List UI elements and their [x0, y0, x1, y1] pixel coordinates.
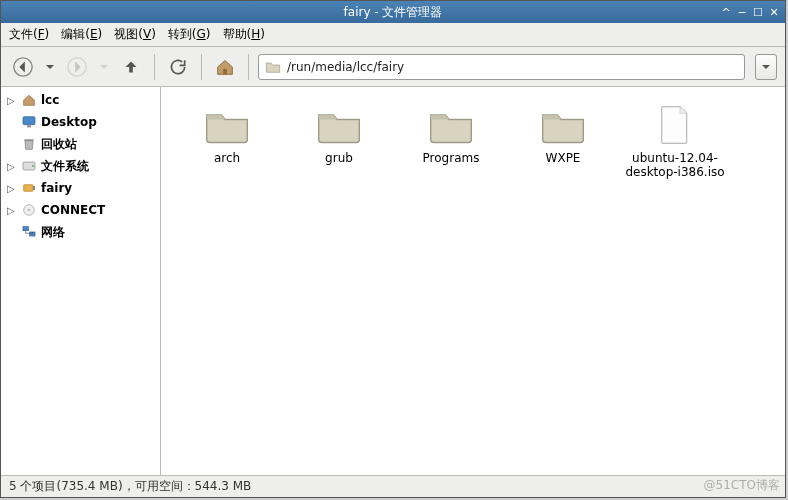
toolbar: /run/media/lcc/fairy	[1, 47, 785, 87]
folder-item[interactable]: WXPE	[507, 101, 619, 184]
desktop-icon	[21, 114, 37, 130]
svg-point-11	[28, 209, 31, 212]
arrow-up-icon	[120, 56, 142, 78]
sidebar-item-network[interactable]: 网络	[1, 221, 160, 243]
svg-rect-9	[33, 186, 35, 190]
disk-icon	[21, 158, 37, 174]
folder-item[interactable]: arch	[171, 101, 283, 184]
statusbar: 5 个项目(735.4 MB)，可用空间：544.3 MB	[1, 475, 785, 497]
expander-icon[interactable]: ▷	[7, 205, 17, 216]
file-label: Programs	[423, 151, 480, 165]
window-controls: ^ − ☐ ✕	[719, 5, 781, 19]
sidebar-item-fairy[interactable]: ▷ fairy	[1, 177, 160, 199]
body-area: ▷ lcc Desktop 回收站 ▷ 文件系统 ▷	[1, 87, 785, 475]
toolbar-separator	[248, 54, 249, 80]
arrow-left-icon	[12, 56, 34, 78]
file-item[interactable]: ubuntu-12.04-desktop-i386.iso	[619, 101, 731, 184]
menubar: 文件(F) 编辑(E) 视图(V) 转到(G) 帮助(H)	[1, 23, 785, 47]
svg-rect-4	[27, 125, 31, 127]
svg-point-7	[32, 165, 34, 167]
menu-file[interactable]: 文件(F)	[9, 26, 49, 43]
menu-edit[interactable]: 编辑(E)	[61, 26, 102, 43]
folder-icon	[539, 105, 587, 145]
titlebar[interactable]: fairy - 文件管理器 ^ − ☐ ✕	[1, 1, 785, 23]
toolbar-separator	[201, 54, 202, 80]
forward-history-button	[97, 53, 111, 81]
chevron-down-icon	[761, 62, 771, 72]
expander-icon[interactable]: ▷	[7, 161, 17, 172]
menu-go[interactable]: 转到(G)	[168, 26, 211, 43]
sidebar-item-trash[interactable]: 回收站	[1, 133, 160, 155]
toolbar-separator	[154, 54, 155, 80]
back-history-button[interactable]	[43, 53, 57, 81]
svg-rect-8	[24, 185, 33, 192]
trash-icon	[21, 136, 37, 152]
folder-icon	[203, 105, 251, 145]
file-icon	[651, 105, 699, 145]
chevron-down-icon	[99, 62, 109, 72]
folder-item[interactable]: Programs	[395, 101, 507, 184]
shade-button[interactable]: ^	[719, 5, 733, 19]
folder-item[interactable]: grub	[283, 101, 395, 184]
menu-view[interactable]: 视图(V)	[114, 26, 156, 43]
expander-icon[interactable]: ▷	[7, 95, 17, 106]
sidebar-item-filesystem[interactable]: ▷ 文件系统	[1, 155, 160, 177]
forward-button	[63, 53, 91, 81]
close-button[interactable]: ✕	[767, 5, 781, 19]
sidebar-item-connect[interactable]: ▷ CONNECT	[1, 199, 160, 221]
folder-icon	[265, 60, 281, 74]
folder-icon	[315, 105, 363, 145]
file-label: WXPE	[546, 151, 581, 165]
file-view[interactable]: arch grub Programs	[161, 87, 785, 475]
svg-rect-2	[223, 68, 227, 74]
menu-help[interactable]: 帮助(H)	[223, 26, 265, 43]
chevron-down-icon	[45, 62, 55, 72]
file-label: grub	[325, 151, 353, 165]
minimize-button[interactable]: −	[735, 5, 749, 19]
status-text: 5 个项目(735.4 MB)，可用空间：544.3 MB	[9, 478, 251, 495]
home-button[interactable]	[211, 53, 239, 81]
reload-icon	[168, 57, 188, 77]
sidebar-item-lcc[interactable]: ▷ lcc	[1, 89, 160, 111]
icon-grid: arch grub Programs	[161, 87, 785, 198]
window-title: fairy - 文件管理器	[344, 4, 443, 21]
home-icon	[214, 56, 236, 78]
location-bar[interactable]: /run/media/lcc/fairy	[258, 54, 745, 80]
svg-rect-5	[24, 139, 33, 140]
up-button[interactable]	[117, 53, 145, 81]
folder-icon	[427, 105, 475, 145]
expander-icon[interactable]: ▷	[7, 183, 17, 194]
usb-icon	[21, 180, 37, 196]
file-label: arch	[214, 151, 240, 165]
location-history-button[interactable]	[755, 54, 777, 80]
sidebar-item-desktop[interactable]: Desktop	[1, 111, 160, 133]
back-button[interactable]	[9, 53, 37, 81]
svg-rect-12	[23, 227, 28, 231]
svg-rect-3	[23, 117, 35, 125]
arrow-right-icon	[66, 56, 88, 78]
network-icon	[21, 224, 37, 240]
sidebar[interactable]: ▷ lcc Desktop 回收站 ▷ 文件系统 ▷	[1, 87, 161, 475]
file-label: ubuntu-12.04-desktop-i386.iso	[621, 151, 729, 180]
reload-button[interactable]	[164, 53, 192, 81]
file-manager-window: fairy - 文件管理器 ^ − ☐ ✕ 文件(F) 编辑(E) 视图(V) …	[0, 0, 786, 498]
cdrom-icon	[21, 202, 37, 218]
home-icon	[21, 92, 37, 108]
location-path: /run/media/lcc/fairy	[287, 60, 738, 74]
maximize-button[interactable]: ☐	[751, 5, 765, 19]
